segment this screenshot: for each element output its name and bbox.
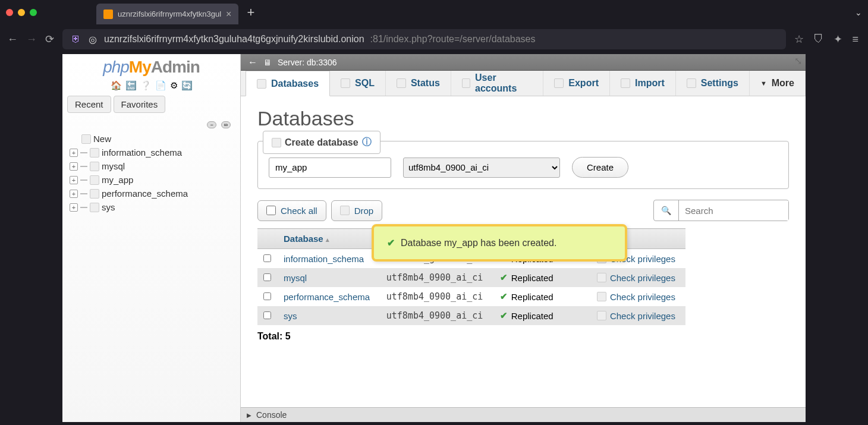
check-privileges-link[interactable]: Check privileges (597, 273, 680, 283)
tree-item-label: performance_schema (102, 188, 188, 199)
nav-back-icon[interactable]: ← (248, 57, 257, 68)
db-search: 🔍 (653, 200, 789, 221)
db-name-link[interactable]: performance_schema (284, 292, 370, 302)
back-button[interactable]: ← (7, 33, 18, 46)
close-window-button[interactable] (6, 9, 13, 16)
collapse-all-icon[interactable]: − (207, 121, 216, 128)
tab-user-accounts[interactable]: User accounts (451, 71, 543, 96)
maximize-window-button[interactable] (30, 9, 37, 16)
col-database[interactable]: Database (284, 234, 323, 244)
minimize-window-button[interactable] (18, 9, 25, 16)
tab-more[interactable]: ▼More (750, 71, 806, 96)
check-all-checkbox[interactable] (266, 206, 276, 215)
tab-bar: uznrzifslxi6rifrnyrm4xfytkn3gul × + ⌄ (0, 0, 868, 24)
create-button[interactable]: Create (572, 157, 628, 178)
drop-label: Drop (354, 206, 374, 216)
tree-item[interactable]: + sys (67, 200, 240, 214)
collation-select[interactable]: utf8mb4_0900_ai_ci (403, 158, 560, 178)
row-checkbox[interactable] (263, 254, 271, 262)
home-icon[interactable]: 🏠 (111, 80, 122, 91)
drop-button[interactable]: Drop (331, 200, 383, 221)
tree-new-db[interactable]: New (67, 132, 240, 146)
tab-close-icon[interactable]: × (226, 9, 231, 20)
check-privileges-link[interactable]: Check privileges (597, 311, 680, 321)
tab-status[interactable]: Status (386, 71, 451, 96)
expand-icon[interactable]: + (70, 176, 78, 184)
tab-databases[interactable]: Databases (246, 71, 330, 96)
help-icon[interactable]: ⓘ (362, 136, 372, 149)
bookmark-icon[interactable]: ☆ (794, 33, 804, 46)
expand-icon[interactable]: + (70, 203, 78, 212)
toast-message: Database my_app has been created. (401, 238, 556, 248)
tree-line (80, 207, 87, 208)
check-privileges-link[interactable]: Check privileges (597, 292, 680, 302)
tab-export[interactable]: Export (543, 71, 610, 96)
tree-new-label: New (93, 134, 111, 144)
console-bar[interactable]: ▶ Console (241, 407, 806, 422)
link-icon[interactable]: ∞ (221, 121, 231, 128)
total-count: Total: 5 (257, 331, 789, 342)
database-icon (90, 189, 99, 199)
table-controls: Check all Drop 🔍 (257, 200, 789, 221)
tab-recent[interactable]: Recent (67, 96, 111, 113)
table-row: mysqlutf8mb4_0900_ai_ci✔ReplicatedCheck … (257, 268, 685, 287)
menu-icon[interactable]: ≡ (852, 33, 858, 46)
row-replication: ✔Replicated (500, 310, 585, 321)
expand-icon[interactable]: + (70, 162, 78, 171)
settings-gear-icon[interactable]: ⚙ (170, 80, 178, 91)
server-label[interactable]: Server: db:3306 (278, 58, 337, 67)
onion-lock-icon[interactable]: ◎ (87, 34, 98, 45)
tab-settings[interactable]: Settings (676, 71, 750, 96)
privileges-icon (597, 292, 606, 301)
expand-icon[interactable]: + (70, 149, 78, 157)
docs-icon[interactable]: ❔ (140, 80, 152, 91)
row-checkbox[interactable] (263, 273, 271, 281)
search-icon[interactable]: 🔍 (654, 200, 679, 221)
tab-sql[interactable]: SQL (330, 71, 386, 96)
sql-icon (341, 78, 350, 88)
browser-tab[interactable]: uznrzifslxi6rifrnyrm4xfytkn3gul × (96, 4, 238, 24)
db-name-link[interactable]: mysql (284, 273, 307, 283)
console-label: Console (256, 410, 287, 420)
tree-item[interactable]: + my_app (67, 173, 240, 187)
row-checkbox[interactable] (263, 292, 271, 300)
drop-icon (340, 206, 350, 215)
tor-circuit-icon[interactable]: ⛨ (71, 34, 81, 45)
row-checkbox[interactable] (263, 311, 271, 319)
phpmyadmin-logo[interactable]: phpMyAdmin (62, 54, 240, 78)
new-tab-button[interactable]: + (247, 5, 254, 20)
url-bar[interactable]: ⛨ ◎ uznrzifslxi6rifrnyrm4xfytkn3guluha4t… (62, 29, 786, 49)
sql-icon[interactable]: 📄 (155, 80, 166, 91)
page-title: Databases (257, 107, 789, 130)
db-name-link[interactable]: information_schema (284, 254, 364, 264)
tree-item[interactable]: + mysql (67, 159, 240, 173)
collapse-ribbon-icon[interactable]: ⤡ (794, 55, 802, 67)
server-icon: 🖥 (263, 58, 272, 67)
db-name-input[interactable] (269, 158, 391, 178)
reload-button[interactable]: ⟳ (45, 33, 54, 46)
forward-button[interactable]: → (26, 33, 37, 46)
check-icon: ✔ (500, 310, 508, 321)
new-db-icon (81, 134, 91, 144)
privileges-icon (597, 273, 606, 282)
search-input[interactable] (679, 201, 788, 221)
tab-label: More (772, 78, 794, 89)
logout-icon[interactable]: 🔚 (125, 80, 137, 91)
tab-label: Import (635, 78, 665, 89)
db-name-link[interactable]: sys (284, 311, 297, 321)
reload-nav-icon[interactable]: 🔄 (181, 80, 193, 91)
check-all-control[interactable]: Check all (257, 200, 326, 221)
shield-icon[interactable]: ⛉ (813, 33, 824, 46)
sparkle-icon[interactable]: ✦ (834, 33, 842, 46)
db-tree: New + information_schema + mysql + my_ap… (62, 130, 240, 214)
check-icon: ✔ (500, 272, 508, 283)
tabs-dropdown-icon[interactable]: ⌄ (855, 8, 862, 17)
tree-item[interactable]: + information_schema (67, 146, 240, 159)
table-row: performance_schemautf8mb4_0900_ai_ci✔Rep… (257, 287, 685, 306)
tree-item[interactable]: + performance_schema (67, 187, 240, 200)
tab-label: SQL (355, 78, 375, 89)
tab-favorites[interactable]: Favorites (114, 96, 166, 113)
expand-icon[interactable]: + (70, 190, 78, 198)
console-toggle-icon[interactable]: ▶ (247, 412, 251, 418)
tab-import[interactable]: Import (610, 71, 676, 96)
